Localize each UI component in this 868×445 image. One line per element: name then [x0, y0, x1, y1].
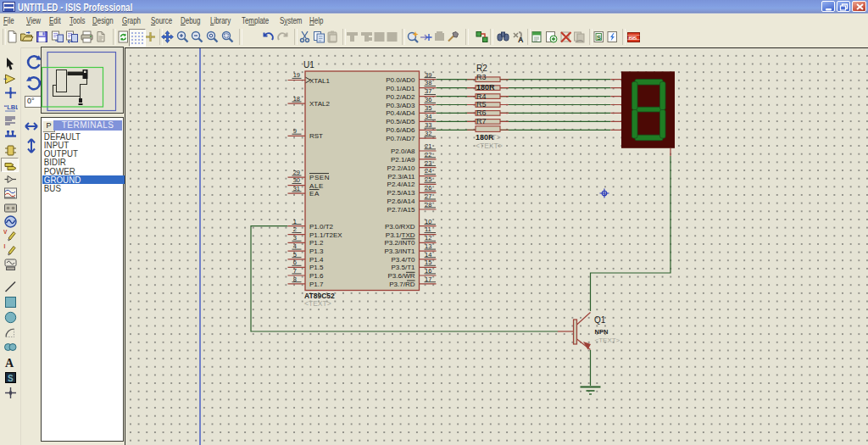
svg-text:12: 12: [425, 234, 431, 242]
svg-text:39: 39: [425, 71, 431, 79]
svg-text:P0.6/AD6: P0.6/AD6: [386, 126, 415, 134]
svg-text:P3.7/RD: P3.7/RD: [389, 281, 415, 288]
svg-text:8: 8: [293, 275, 297, 283]
svg-text:XTAL1: XTAL1: [309, 77, 330, 85]
svg-text:15: 15: [425, 259, 431, 266]
svg-text:31: 31: [293, 185, 300, 192]
svg-text:10: 10: [425, 218, 431, 225]
svg-text:PSEN: PSEN: [309, 174, 330, 181]
svg-text:P0.3/AD3: P0.3/AD3: [386, 102, 415, 109]
svg-text:P2.6/A14: P2.6/A14: [387, 197, 415, 205]
svg-text:P2.7/A15: P2.7/A15: [387, 206, 415, 214]
svg-text:5: 5: [293, 251, 297, 259]
svg-text:16: 16: [425, 267, 431, 275]
svg-text:P1.2: P1.2: [309, 239, 324, 247]
svg-text:38: 38: [425, 79, 431, 86]
svg-text:NPN: NPN: [595, 328, 609, 336]
svg-text:RST: RST: [309, 132, 323, 140]
svg-text:R2: R2: [476, 64, 487, 73]
svg-text:T>: T>: [492, 133, 501, 142]
svg-text:19: 19: [293, 71, 300, 79]
svg-text:P1.6: P1.6: [309, 272, 324, 280]
svg-text:P1.7: P1.7: [309, 281, 324, 288]
svg-text:14: 14: [425, 251, 431, 259]
svg-text:<TEXT>: <TEXT>: [476, 142, 503, 150]
svg-text:34: 34: [425, 113, 431, 120]
svg-text:P2.0/A8: P2.0/A8: [391, 147, 415, 155]
svg-text:P3.5/T1: P3.5/T1: [391, 264, 415, 271]
svg-text:37: 37: [425, 87, 431, 95]
svg-text:22: 22: [425, 151, 431, 159]
svg-text:Q1: Q1: [594, 315, 606, 325]
svg-text:R7: R7: [476, 117, 487, 125]
svg-text:<TEXT>: <TEXT>: [595, 337, 620, 344]
svg-text:R3: R3: [476, 73, 487, 81]
svg-text:P1.5: P1.5: [309, 264, 324, 271]
svg-text:P2.1/A9: P2.1/A9: [391, 156, 415, 164]
svg-text:R6: R6: [476, 108, 487, 117]
svg-text:11: 11: [425, 225, 431, 233]
svg-text:33: 33: [425, 121, 431, 129]
svg-text:R4: R4: [476, 92, 487, 101]
svg-text:P0.1/AD1: P0.1/AD1: [386, 85, 415, 92]
svg-text:32: 32: [425, 130, 431, 137]
svg-text:AT89C52: AT89C52: [304, 292, 335, 300]
svg-text:EA: EA: [309, 190, 320, 197]
svg-text:3: 3: [293, 234, 297, 242]
svg-text:P1.0/T2: P1.0/T2: [309, 223, 334, 231]
svg-text:U1: U1: [303, 60, 314, 70]
svg-text:XTAL2: XTAL2: [309, 100, 330, 108]
svg-text:P3.2/INT0: P3.2/INT0: [384, 239, 415, 247]
svg-text:P2.2/A10: P2.2/A10: [387, 164, 415, 172]
svg-text:P3.4/T0: P3.4/T0: [391, 256, 415, 264]
svg-text:P3.1/TXD: P3.1/TXD: [386, 231, 415, 239]
svg-text:P0.7/AD7: P0.7/AD7: [386, 135, 415, 142]
svg-text:36: 36: [425, 96, 431, 103]
svg-text:24: 24: [425, 167, 431, 175]
svg-text:P2.3/A11: P2.3/A11: [387, 173, 415, 181]
svg-text:21: 21: [425, 142, 431, 150]
svg-text:35: 35: [425, 104, 431, 112]
svg-text:P2.5/A13: P2.5/A13: [387, 189, 415, 197]
svg-text:<TEXT>: <TEXT>: [304, 299, 331, 308]
svg-text:4: 4: [293, 242, 297, 250]
svg-text:P0.4/AD4: P0.4/AD4: [386, 109, 415, 117]
svg-text:27: 27: [425, 192, 431, 200]
svg-text:25: 25: [425, 175, 431, 183]
svg-text:P1.3: P1.3: [309, 248, 324, 255]
svg-text:2: 2: [293, 225, 297, 233]
svg-text:P0.0/AD0: P0.0/AD0: [386, 76, 415, 84]
svg-text:P0.2/AD2: P0.2/AD2: [386, 93, 415, 101]
svg-text:7: 7: [293, 267, 297, 275]
svg-text:P0.5/AD5: P0.5/AD5: [386, 118, 415, 125]
svg-text:18: 18: [293, 95, 300, 103]
svg-text:26: 26: [425, 184, 431, 192]
svg-text:29: 29: [293, 169, 300, 176]
svg-text:ALE: ALE: [309, 182, 324, 190]
svg-text:P3.6/WR: P3.6/WR: [387, 272, 415, 280]
svg-text:R5: R5: [476, 100, 487, 108]
svg-text:P1.4: P1.4: [309, 256, 324, 264]
svg-text:P2.4/A12: P2.4/A12: [387, 181, 415, 188]
svg-text:30: 30: [293, 176, 300, 184]
svg-text:180R: 180R: [476, 83, 495, 92]
svg-text:1: 1: [293, 218, 297, 225]
svg-text:17: 17: [425, 275, 431, 283]
svg-text:6: 6: [293, 259, 297, 266]
svg-text:P3.3/INT1: P3.3/INT1: [384, 248, 415, 255]
svg-text:13: 13: [425, 242, 431, 250]
svg-text:23: 23: [425, 159, 431, 167]
svg-text:28: 28: [425, 201, 431, 209]
svg-text:9: 9: [293, 127, 297, 135]
svg-text:P1.1/T2EX: P1.1/T2EX: [309, 231, 342, 239]
svg-text:P3.0/RXD: P3.0/RXD: [385, 223, 415, 231]
